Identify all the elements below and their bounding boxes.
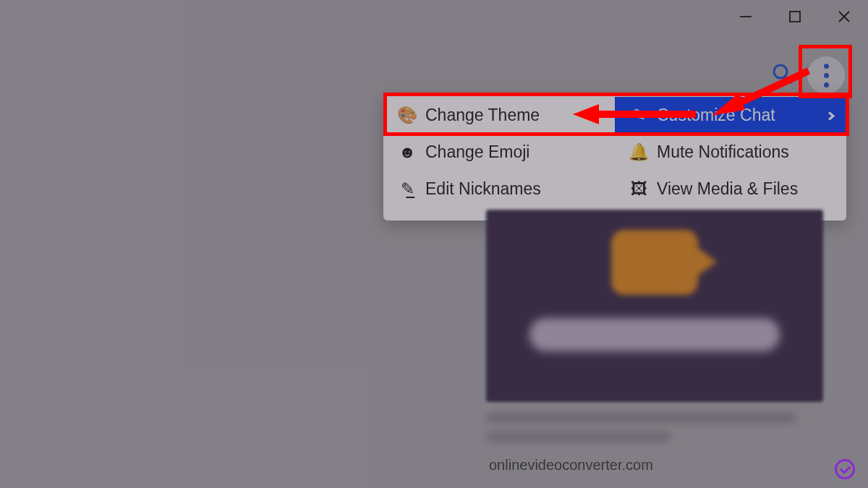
chat-header-actions [771, 56, 845, 94]
menu-item-label: Change Theme [425, 106, 540, 125]
emoji-icon: ☻ [399, 142, 415, 162]
svg-rect-1 [790, 12, 800, 22]
more-options-button[interactable] [807, 56, 845, 94]
menu-item-change-theme[interactable]: 🎨 Change Theme [383, 97, 615, 134]
menu-item-customize-chat[interactable]: ✎ Customize Chat [615, 97, 846, 134]
menu-item-mute-notifications[interactable]: 🔔 Mute Notifications [615, 134, 846, 171]
chat-options-menu: 🎨 Change Theme ✎ Customize Chat ☻ Change… [383, 93, 846, 221]
video-thumbnail-icon [611, 230, 698, 295]
menu-item-view-media-files[interactable]: 🖾 View Media & Files [615, 171, 846, 207]
app-window: 🎨 Change Theme ✎ Customize Chat ☻ Change… [0, 0, 868, 488]
preview-title-blur [529, 318, 780, 351]
preview-line-blur [486, 431, 671, 442]
svg-point-4 [774, 65, 787, 78]
preview-line-blur [486, 412, 796, 424]
link-preview-domain[interactable]: onlinevideoconverter.com [489, 457, 653, 474]
link-preview-text [486, 412, 823, 450]
palette-icon: 🎨 [399, 106, 415, 125]
menu-item-label: Customize Chat [657, 106, 775, 125]
edit-icon: ✎̲ [399, 179, 415, 199]
search-icon[interactable] [771, 62, 794, 88]
minimize-button[interactable] [735, 6, 757, 27]
chevron-right-icon [826, 106, 836, 125]
close-button[interactable] [833, 6, 855, 27]
pencil-icon: ✎ [631, 106, 647, 125]
vertical-dots-icon [824, 64, 829, 87]
menu-item-change-emoji[interactable]: ☻ Change Emoji [383, 134, 615, 171]
menu-item-edit-nicknames[interactable]: ✎̲ Edit Nicknames [383, 171, 615, 207]
bell-icon: 🔔 [631, 142, 647, 162]
menu-item-label: Edit Nicknames [425, 179, 541, 199]
svg-line-5 [786, 77, 792, 83]
menu-item-label: View Media & Files [657, 179, 798, 199]
link-preview-card[interactable] [486, 210, 823, 402]
window-controls [735, 6, 855, 27]
maximize-button[interactable] [784, 6, 806, 27]
menu-item-label: Mute Notifications [657, 142, 789, 162]
menu-item-label: Change Emoji [425, 142, 529, 162]
media-icon: 🖾 [631, 179, 647, 199]
checkmark-badge-icon [835, 459, 855, 479]
